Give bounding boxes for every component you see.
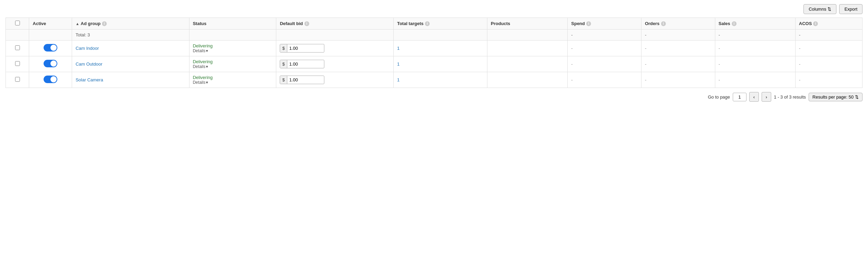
prev-page-button[interactable]: ‹ xyxy=(749,92,759,102)
pagination-bar: Go to page ‹ › 1 - 3 of 3 results Result… xyxy=(5,92,863,102)
row2-bid-wrapper: $ xyxy=(280,60,324,68)
header-ad-group[interactable]: ▲ Ad group i xyxy=(72,18,189,30)
export-button[interactable]: Export xyxy=(839,4,863,14)
row2-orders-cell: - xyxy=(641,56,715,72)
next-page-button[interactable]: › xyxy=(762,92,771,102)
header-active: Active xyxy=(29,18,72,30)
row3-targets-cell: 1 xyxy=(393,72,487,88)
row2-targets-cell: 1 xyxy=(393,56,487,72)
table-row: Cam Indoor Delivering Details ▾ $ xyxy=(6,41,863,56)
row2-adgroup-cell: Cam Outdoor xyxy=(72,56,189,72)
row3-spend-cell: - xyxy=(568,72,641,88)
sort-arrow-icon: ▲ xyxy=(76,22,79,26)
row1-checkbox-cell xyxy=(6,41,29,56)
results-info: 1 - 3 of 3 results xyxy=(774,94,806,100)
row3-bid-wrapper: $ xyxy=(280,76,324,84)
header-orders: Orders i xyxy=(641,18,715,30)
row3-adgroup-link[interactable]: Solar Camera xyxy=(76,77,103,82)
row2-details-text: Details xyxy=(193,64,206,69)
row1-orders-cell: - xyxy=(641,41,715,56)
row1-adgroup-cell: Cam Indoor xyxy=(72,41,189,56)
ad-group-info-icon: i xyxy=(102,21,107,26)
row3-adgroup-cell: Solar Camera xyxy=(72,72,189,88)
default-bid-info-icon: i xyxy=(304,21,309,26)
row1-products-cell xyxy=(487,41,568,56)
total-products-cell xyxy=(487,30,568,41)
header-spend-label: Spend xyxy=(571,21,585,26)
spend-info-icon: i xyxy=(586,21,591,26)
row3-orders-cell: - xyxy=(641,72,715,88)
row3-sales-cell: - xyxy=(715,72,795,88)
row3-details-text: Details xyxy=(193,80,206,85)
row3-checkbox[interactable] xyxy=(15,77,20,82)
total-label: Total: 3 xyxy=(76,32,90,37)
row3-toggle[interactable] xyxy=(44,76,57,83)
next-page-icon: › xyxy=(766,94,767,100)
table-row: Solar Camera Delivering Details ▾ $ xyxy=(6,72,863,88)
header-spend: Spend i xyxy=(568,18,641,30)
results-per-page-button[interactable]: Results per page: 50 ⇅ xyxy=(809,93,863,101)
header-sales-label: Sales xyxy=(719,21,730,26)
ad-groups-table: Active ▲ Ad group i Status xyxy=(5,18,863,88)
export-label: Export xyxy=(844,7,857,12)
header-default-bid: Default bid i xyxy=(276,18,394,30)
row2-toggle[interactable] xyxy=(44,60,57,67)
acos-info-icon: i xyxy=(813,21,818,26)
row1-adgroup-link[interactable]: Cam Indoor xyxy=(76,46,99,51)
row2-products-cell xyxy=(487,56,568,72)
orders-info-icon: i xyxy=(661,21,666,26)
row2-targets-link[interactable]: 1 xyxy=(397,61,400,67)
row2-checkbox-cell xyxy=(6,56,29,72)
row2-acos-cell: - xyxy=(795,56,862,72)
row3-products-cell xyxy=(487,72,568,88)
table-header-row: Active ▲ Ad group i Status xyxy=(6,18,863,30)
row1-targets-link[interactable]: 1 xyxy=(397,46,400,51)
row1-details-text: Details xyxy=(193,48,206,53)
columns-sort-icon: ⇅ xyxy=(828,7,831,12)
page-wrapper: Columns ⇅ Export Active ▲ xyxy=(0,0,868,109)
row1-details-link[interactable]: Details ▾ xyxy=(193,48,273,53)
total-status-cell xyxy=(189,30,276,41)
total-spend-cell: - xyxy=(568,30,641,41)
results-per-page-arrow-icon: ⇅ xyxy=(855,94,859,100)
row1-targets-cell: 1 xyxy=(393,41,487,56)
total-checkbox-cell xyxy=(6,30,29,41)
total-targets-info-icon: i xyxy=(425,21,430,26)
row2-details-link[interactable]: Details ▾ xyxy=(193,64,273,69)
total-row: Total: 3 - - - - xyxy=(6,30,863,41)
select-all-checkbox[interactable] xyxy=(15,21,20,25)
go-to-page-label: Go to page xyxy=(708,94,730,100)
row3-details-arrow-icon: ▾ xyxy=(206,80,208,85)
row1-bid-input[interactable] xyxy=(287,44,315,52)
row2-checkbox[interactable] xyxy=(15,61,20,66)
table-row: Cam Outdoor Delivering Details ▾ $ xyxy=(6,56,863,72)
toolbar: Columns ⇅ Export xyxy=(5,4,863,14)
header-products-label: Products xyxy=(491,21,510,26)
row1-checkbox[interactable] xyxy=(15,45,20,50)
row1-status-wrapper: Delivering Details ▾ xyxy=(193,43,273,53)
row1-bid-cell: $ xyxy=(276,41,394,56)
header-total-targets: Total targets i xyxy=(393,18,487,30)
total-orders-cell: - xyxy=(641,30,715,41)
row2-status-wrapper: Delivering Details ▾ xyxy=(193,59,273,69)
row1-active-cell xyxy=(29,41,72,56)
total-acos-cell: - xyxy=(795,30,862,41)
columns-button[interactable]: Columns ⇅ xyxy=(803,4,836,14)
header-acos-label: ACOS xyxy=(799,21,812,26)
row3-targets-link[interactable]: 1 xyxy=(397,77,400,82)
row1-bid-dollar: $ xyxy=(280,44,287,52)
total-bid-cell xyxy=(276,30,394,41)
row3-checkbox-cell xyxy=(6,72,29,88)
row3-details-link[interactable]: Details ▾ xyxy=(193,80,273,85)
row3-status-wrapper: Delivering Details ▾ xyxy=(193,75,273,85)
header-orders-label: Orders xyxy=(645,21,660,26)
row3-bid-input[interactable] xyxy=(287,76,315,84)
row1-toggle[interactable] xyxy=(44,44,57,52)
header-status-label: Status xyxy=(193,21,207,26)
header-products: Products xyxy=(487,18,568,30)
row2-bid-input[interactable] xyxy=(287,60,315,68)
row2-adgroup-link[interactable]: Cam Outdoor xyxy=(76,61,102,67)
page-input[interactable] xyxy=(733,93,747,101)
row3-active-cell xyxy=(29,72,72,88)
header-ad-group-label: Ad group xyxy=(81,21,101,26)
